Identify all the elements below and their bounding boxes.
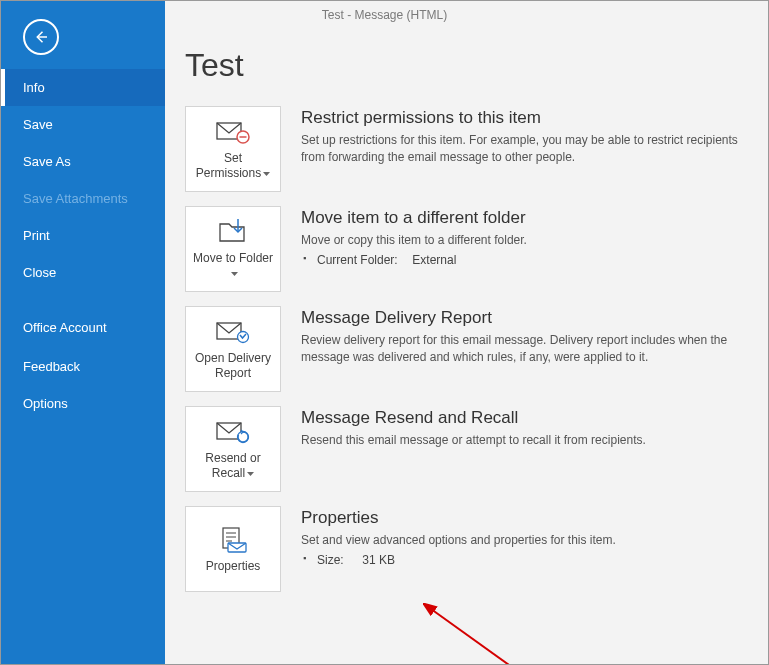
set-permissions-button[interactable]: Set Permissions	[185, 106, 281, 192]
nav-office-account[interactable]: Office Account	[1, 309, 165, 348]
section-resend: Resend or Recall Message Resend and Reca…	[185, 406, 748, 492]
chevron-down-icon	[247, 466, 254, 481]
resend-recall-button[interactable]: Resend or Recall	[185, 406, 281, 492]
nav-print[interactable]: Print	[1, 217, 165, 254]
section-title: Restrict permissions to this item	[301, 108, 748, 128]
back-button[interactable]	[23, 19, 59, 55]
section-desc: Resend this email message or attempt to …	[301, 432, 748, 449]
size-line: Size: 31 KB	[301, 553, 748, 567]
back-arrow-icon	[32, 28, 50, 46]
nav-save-attachments: Save Attachments	[1, 180, 165, 217]
size-value: 31 KB	[362, 553, 395, 567]
properties-button[interactable]: Properties	[185, 506, 281, 592]
section-desc: Move or copy this item to a different fo…	[301, 232, 748, 249]
nav-close[interactable]: Close	[1, 254, 165, 291]
move-to-folder-button[interactable]: Move to Folder	[185, 206, 281, 292]
backstage-sidebar: Info Save Save As Save Attachments Print…	[1, 1, 165, 664]
svg-line-14	[431, 609, 523, 664]
section-desc: Set and view advanced options and proper…	[301, 532, 748, 549]
page-title: Test	[185, 47, 748, 84]
section-desc: Review delivery report for this email me…	[301, 332, 748, 367]
nav-feedback[interactable]: Feedback	[1, 348, 165, 385]
section-title: Properties	[301, 508, 748, 528]
tile-label: Open Delivery Report	[186, 351, 280, 381]
chevron-down-icon	[231, 266, 238, 281]
folder-move-icon	[218, 217, 248, 247]
current-folder-line: Current Folder: External	[301, 253, 748, 267]
section-properties: Properties Properties Set and view advan…	[185, 506, 748, 592]
properties-icon	[218, 525, 248, 555]
section-title: Message Delivery Report	[301, 308, 748, 328]
section-desc: Set up restrictions for this item. For e…	[301, 132, 748, 167]
section-title: Move item to a different folder	[301, 208, 748, 228]
chevron-down-icon	[263, 166, 270, 181]
annotation-arrow	[423, 603, 533, 664]
envelope-recall-icon	[216, 417, 250, 447]
nav-options[interactable]: Options	[1, 385, 165, 422]
tile-label: Set Permissions	[186, 151, 280, 181]
section-title: Message Resend and Recall	[301, 408, 748, 428]
tile-label: Move to Folder	[186, 251, 280, 281]
section-move: Move to Folder Move item to a different …	[185, 206, 748, 292]
open-delivery-report-button[interactable]: Open Delivery Report	[185, 306, 281, 392]
section-permissions: Set Permissions Restrict permissions to …	[185, 106, 748, 192]
nav-info[interactable]: Info	[1, 69, 165, 106]
section-delivery: Open Delivery Report Message Delivery Re…	[185, 306, 748, 392]
tile-label: Resend or Recall	[186, 451, 280, 481]
current-folder-value: External	[412, 253, 456, 267]
nav-save-as[interactable]: Save As	[1, 143, 165, 180]
nav-save[interactable]: Save	[1, 106, 165, 143]
envelope-restrict-icon	[216, 117, 250, 147]
tile-label: Properties	[202, 559, 265, 574]
main-panel: Test Set Permissions Restrict permission…	[165, 29, 768, 664]
envelope-report-icon	[216, 317, 250, 347]
